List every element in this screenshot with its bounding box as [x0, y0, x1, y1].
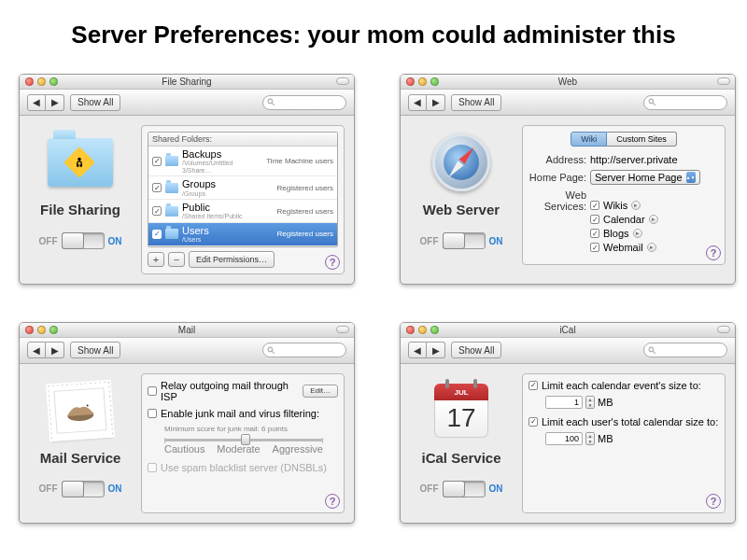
home-page-label: Home Page: — [529, 172, 586, 183]
titlebar: Web — [401, 75, 735, 90]
show-all-button[interactable]: Show All — [451, 94, 501, 111]
service-label: Webmail — [603, 242, 643, 253]
moderate-label: Moderate — [217, 443, 260, 455]
folder-row[interactable]: Public/Shared Items/PublicRegistered use… — [148, 200, 337, 223]
folder-row[interactable]: Users/UsersRegistered users — [148, 223, 337, 246]
forward-button[interactable]: ▶ — [46, 94, 64, 111]
event-size-input[interactable]: 1 — [545, 396, 583, 409]
web-services-label: Web Services: — [529, 189, 586, 212]
mail-stamp-icon — [43, 373, 118, 448]
service-name: Mail Service — [40, 450, 121, 466]
toolbar-toggle-icon[interactable] — [717, 326, 730, 333]
titlebar: File Sharing — [20, 75, 354, 90]
limit-event-checkbox[interactable] — [529, 381, 538, 390]
shared-folders-list: Shared Folders: Backups/Volumes/Untitled… — [148, 132, 338, 247]
window-title: iCal — [401, 325, 735, 335]
calendar-icon: JUL17 — [424, 373, 499, 448]
spam-checkbox[interactable] — [148, 463, 157, 472]
junk-slider[interactable] — [164, 439, 323, 441]
remove-folder-button[interactable]: − — [168, 252, 185, 267]
service-name: File Sharing — [40, 202, 120, 217]
home-page-select[interactable]: Server Home Page▲▼ — [590, 170, 700, 185]
svg-line-11 — [653, 351, 655, 354]
back-button[interactable]: ◀ — [27, 342, 46, 358]
file-sharing-window: File Sharing ◀ ▶ Show All File Sharing O… — [19, 74, 355, 285]
show-all-button[interactable]: Show All — [70, 342, 120, 358]
help-icon[interactable]: ? — [325, 494, 340, 509]
edit-relay-button[interactable]: Edit… — [303, 385, 338, 398]
slider-knob-icon[interactable] — [241, 434, 250, 445]
help-icon[interactable]: ? — [325, 255, 340, 270]
svg-point-5 — [268, 347, 273, 352]
window-title: Mail — [20, 325, 354, 335]
folder-name: Users — [182, 225, 274, 236]
service-checkbox[interactable] — [590, 243, 599, 252]
service-checkbox[interactable] — [590, 201, 599, 210]
search-icon — [648, 346, 656, 355]
limit-total-checkbox[interactable] — [529, 417, 538, 427]
junk-score-label: Minimum score for junk mail: 6 points — [164, 425, 338, 433]
tab-wiki[interactable]: Wiki — [571, 132, 607, 147]
toolbar-toggle-icon[interactable] — [336, 77, 349, 85]
help-icon[interactable]: ? — [706, 494, 721, 509]
aggressive-label: Aggressive — [273, 443, 323, 455]
show-all-button[interactable]: Show All — [70, 94, 120, 111]
service-checkbox[interactable] — [590, 229, 599, 238]
service-disclosure-icon[interactable]: ▸ — [647, 243, 656, 252]
forward-button[interactable]: ▶ — [427, 342, 445, 358]
search-input[interactable] — [262, 343, 346, 357]
show-all-button[interactable]: Show All — [451, 342, 501, 358]
safari-icon — [424, 125, 499, 200]
service-checkbox[interactable] — [590, 215, 599, 224]
back-button[interactable]: ◀ — [408, 94, 427, 111]
cautious-label: Cautious — [164, 443, 204, 455]
relay-checkbox[interactable] — [148, 386, 157, 396]
mail-window: Mail ◀▶Show All Mail Service OFFON Relay… — [19, 322, 355, 524]
svg-line-4 — [653, 103, 655, 105]
back-button[interactable]: ◀ — [27, 94, 46, 111]
relay-label: Relay outgoing mail through ISP — [161, 380, 299, 402]
folder-row[interactable]: Groups/GroupsRegistered users — [148, 176, 337, 200]
total-size-input[interactable]: 100 — [545, 432, 583, 445]
junk-checkbox[interactable] — [148, 409, 157, 418]
folder-name: Backups — [182, 148, 262, 160]
back-button[interactable]: ◀ — [408, 342, 427, 358]
service-toggle[interactable] — [443, 232, 486, 249]
toolbar-toggle-icon[interactable] — [336, 326, 349, 333]
tab-custom-sites[interactable]: Custom Sites — [607, 132, 677, 147]
edit-permissions-button[interactable]: Edit Permissions… — [189, 251, 275, 268]
ical-window: iCal ◀▶Show All JUL17 iCal Service OFFON… — [400, 322, 736, 524]
event-size-stepper[interactable]: ▲▼ — [585, 396, 595, 409]
folder-row[interactable]: Backups/Volumes/Untitled 3/Share…Time Ma… — [148, 147, 337, 176]
folder-checkbox[interactable] — [152, 157, 162, 166]
toolbar-toggle-icon[interactable] — [717, 77, 730, 85]
help-icon[interactable]: ? — [706, 245, 721, 260]
service-disclosure-icon[interactable]: ▸ — [631, 201, 641, 210]
service-toggle[interactable] — [62, 232, 105, 249]
off-label: OFF — [39, 236, 58, 246]
folder-checkbox[interactable] — [152, 230, 162, 239]
folder-checkbox[interactable] — [152, 183, 162, 192]
folder-path: /Groups — [182, 190, 274, 198]
search-input[interactable] — [262, 95, 346, 110]
toolbar: ◀ ▶ Show All — [20, 90, 354, 116]
mb-label: MB — [598, 433, 613, 444]
service-disclosure-icon[interactable]: ▸ — [633, 229, 642, 238]
window-title: Web — [401, 77, 735, 87]
total-size-stepper[interactable]: ▲▼ — [585, 432, 595, 445]
shared-folders-header: Shared Folders: — [148, 133, 337, 147]
forward-button[interactable]: ▶ — [46, 342, 64, 358]
service-toggle[interactable] — [62, 481, 105, 497]
add-folder-button[interactable]: + — [148, 252, 164, 267]
folder-checkbox[interactable] — [152, 206, 162, 216]
forward-button[interactable]: ▶ — [427, 94, 445, 111]
service-toggle[interactable] — [443, 481, 486, 497]
search-input[interactable] — [643, 95, 727, 110]
folder-permission: Registered users — [277, 184, 333, 192]
service-disclosure-icon[interactable]: ▸ — [649, 215, 658, 224]
service-label: Calendar — [603, 214, 645, 225]
search-input[interactable] — [643, 343, 727, 357]
folder-path: /Volumes/Untitled 3/Share… — [182, 160, 262, 174]
svg-point-2 — [78, 158, 81, 161]
web-window: Web ◀▶ Show All Web Server OFFON Wiki Cu… — [400, 74, 736, 285]
